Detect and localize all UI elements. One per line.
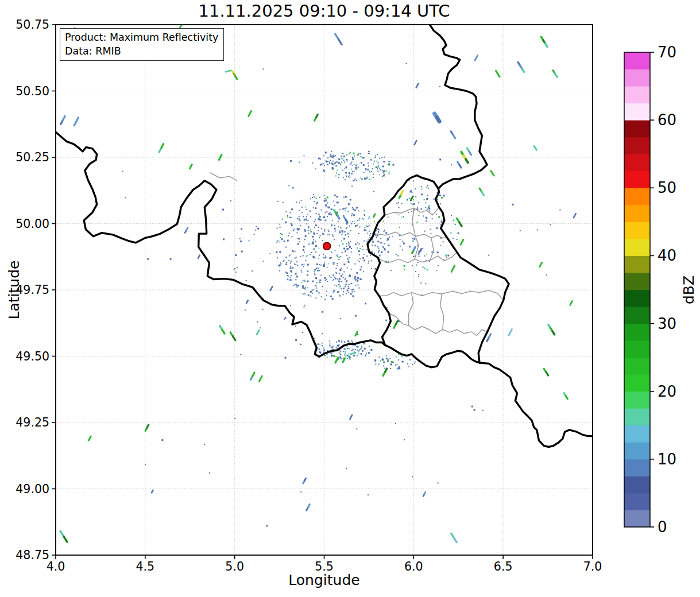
grid-layer	[56, 25, 593, 555]
echo-speckle	[379, 255, 381, 257]
y-tick-label: 49.00	[16, 482, 49, 496]
echo-speckle	[389, 172, 390, 173]
echo-speckle	[330, 214, 332, 215]
echo-speckle	[370, 255, 371, 256]
echo-speckle	[426, 254, 427, 255]
echo-speckle	[413, 238, 415, 240]
echo-speckle	[327, 164, 328, 165]
echo-speckle	[299, 241, 300, 242]
echo-speckle	[421, 208, 422, 210]
echo-speckle	[342, 243, 343, 245]
echo-speckle	[373, 174, 374, 175]
echo-speckle	[351, 289, 353, 290]
echo-speckle	[376, 161, 377, 162]
echo-speckle	[364, 348, 366, 350]
echo-speckle	[339, 231, 341, 233]
echo-speckle	[346, 246, 347, 247]
echo-speckle	[351, 215, 352, 216]
echo-speckle	[330, 296, 332, 297]
echo-speckle	[338, 346, 339, 347]
internal-borders-layer	[210, 173, 504, 336]
echo-speckle	[422, 248, 423, 249]
echo-speckle	[346, 293, 347, 294]
echo-speckle	[280, 262, 281, 263]
echo-speckle	[346, 243, 347, 245]
echo-speckle	[346, 346, 347, 347]
echo-speckle	[361, 346, 362, 347]
echo-speckle	[424, 199, 425, 200]
echo-speckle	[303, 266, 304, 267]
echo-speckle	[349, 243, 350, 244]
echo-speckle	[316, 263, 318, 265]
echo-speckle	[359, 218, 360, 219]
echo-speckle	[304, 219, 305, 220]
echo-speckle	[280, 237, 281, 238]
echo-speckle	[351, 162, 352, 164]
echo-speckle	[372, 245, 373, 246]
echo-speckle	[330, 154, 331, 155]
echo-speckle	[355, 225, 357, 227]
echo-speckle	[331, 352, 332, 354]
echo-speckle	[334, 277, 335, 278]
echo-speckle	[411, 203, 412, 204]
echo-speckle	[279, 224, 280, 225]
echo-speckle	[289, 212, 291, 213]
echo-speckle	[249, 241, 250, 242]
echo-speckle	[303, 246, 305, 247]
echo-speckle	[339, 230, 340, 231]
echo-speckle	[170, 258, 172, 260]
echo-speckle	[290, 305, 291, 306]
echo-speckle	[450, 232, 451, 234]
echo-speckle	[293, 230, 294, 231]
colorbar-band	[624, 289, 650, 307]
echo-speckle	[284, 319, 285, 320]
echo-speckle	[285, 272, 286, 273]
echo-speckle	[299, 220, 300, 222]
echo-speckle	[324, 219, 326, 221]
echo-speckle	[276, 242, 277, 243]
echo-speckle	[315, 277, 317, 279]
echo-speckle	[322, 240, 323, 241]
echo-streak	[346, 220, 347, 223]
echo-speckle	[315, 274, 316, 276]
echo-speckle	[408, 212, 409, 213]
colorbar-tick-label: 0	[658, 518, 667, 536]
colorbar-band	[624, 459, 650, 476]
echo-speckle	[354, 164, 355, 165]
echo-speckle	[458, 232, 459, 234]
echo-speckle	[292, 236, 293, 237]
echo-speckle	[291, 224, 293, 226]
echo-speckle	[335, 268, 337, 269]
echo-speckle	[537, 230, 538, 231]
echo-speckle	[349, 358, 351, 360]
echo-speckle	[291, 275, 292, 276]
echo-speckle	[363, 172, 364, 173]
echo-speckle	[331, 151, 332, 152]
echo-speckle	[337, 291, 339, 293]
echo-speckle	[361, 178, 362, 179]
echo-speckle	[339, 344, 340, 346]
echo-speckle	[409, 246, 411, 247]
echo-speckle	[384, 157, 385, 158]
echo-speckle	[443, 195, 445, 196]
echo-speckle	[445, 254, 447, 256]
echo-speckle	[374, 245, 376, 246]
echo-speckle	[293, 251, 294, 252]
echo-speckle	[363, 157, 365, 158]
echo-speckle	[332, 274, 334, 275]
colorbar-band	[624, 374, 650, 392]
echo-speckle	[436, 214, 437, 215]
echo-speckle	[348, 286, 349, 287]
echo-speckle	[355, 285, 357, 286]
echo-speckle	[340, 354, 341, 355]
echo-streak	[152, 490, 153, 493]
echo-speckle	[318, 292, 320, 294]
echo-speckle	[398, 359, 399, 360]
echo-speckle	[316, 233, 318, 234]
echo-speckle	[323, 349, 325, 351]
echo-speckle	[374, 360, 376, 362]
echo-speckle	[368, 352, 370, 354]
echo-speckle	[234, 268, 235, 269]
echo-speckle	[428, 206, 430, 207]
echo-speckle	[305, 286, 306, 288]
